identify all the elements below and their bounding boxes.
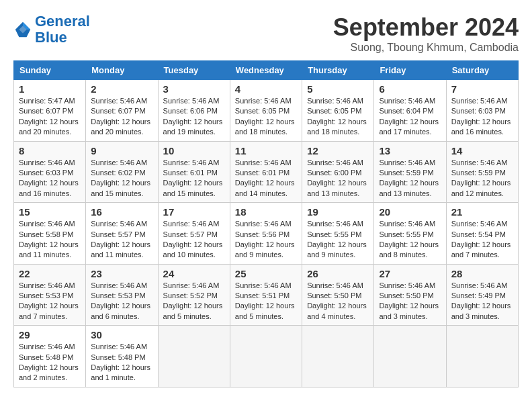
calendar-cell: 2Sunrise: 5:46 AM Sunset: 6:07 PM Daylig… bbox=[86, 80, 158, 142]
day-info: Sunrise: 5:46 AM Sunset: 6:07 PM Dayligh… bbox=[91, 96, 152, 138]
calendar-cell: 6Sunrise: 5:46 AM Sunset: 6:04 PM Daylig… bbox=[374, 80, 446, 142]
day-number: 23 bbox=[91, 268, 152, 279]
day-number: 18 bbox=[235, 206, 297, 218]
day-number: 21 bbox=[451, 206, 513, 218]
day-number: 24 bbox=[163, 268, 225, 279]
day-info: Sunrise: 5:46 AM Sunset: 6:01 PM Dayligh… bbox=[235, 158, 297, 199]
day-info: Sunrise: 5:46 AM Sunset: 6:03 PM Dayligh… bbox=[451, 96, 513, 138]
calendar-cell: 18Sunrise: 5:46 AM Sunset: 5:56 PM Dayli… bbox=[230, 203, 302, 265]
logo-text: General Blue bbox=[35, 13, 90, 46]
calendar-cell: 13Sunrise: 5:46 AM Sunset: 5:59 PM Dayli… bbox=[374, 141, 446, 203]
calendar-week-5: 29Sunrise: 5:46 AM Sunset: 5:48 PM Dayli… bbox=[14, 326, 519, 387]
calendar-cell: 28Sunrise: 5:46 AM Sunset: 5:49 PM Dayli… bbox=[446, 264, 518, 326]
day-info: Sunrise: 5:46 AM Sunset: 5:51 PM Dayligh… bbox=[235, 281, 297, 322]
day-number: 28 bbox=[451, 268, 513, 279]
day-info: Sunrise: 5:46 AM Sunset: 5:55 PM Dayligh… bbox=[379, 219, 441, 261]
calendar-table: SundayMondayTuesdayWednesdayThursdayFrid… bbox=[13, 60, 519, 387]
calendar-cell: 5Sunrise: 5:46 AM Sunset: 6:05 PM Daylig… bbox=[302, 80, 374, 142]
day-number: 11 bbox=[235, 145, 297, 156]
day-info: Sunrise: 5:46 AM Sunset: 5:55 PM Dayligh… bbox=[307, 219, 369, 261]
month-title: September 2024 bbox=[333, 13, 519, 42]
day-info: Sunrise: 5:46 AM Sunset: 6:00 PM Dayligh… bbox=[307, 158, 369, 199]
calendar-week-3: 15Sunrise: 5:46 AM Sunset: 5:58 PM Dayli… bbox=[14, 203, 519, 265]
day-info: Sunrise: 5:46 AM Sunset: 5:56 PM Dayligh… bbox=[235, 219, 297, 261]
day-number: 26 bbox=[307, 268, 369, 279]
calendar-cell: 8Sunrise: 5:46 AM Sunset: 6:03 PM Daylig… bbox=[14, 141, 86, 203]
day-info: Sunrise: 5:46 AM Sunset: 5:52 PM Dayligh… bbox=[163, 281, 225, 322]
calendar-cell: 1Sunrise: 5:47 AM Sunset: 6:07 PM Daylig… bbox=[14, 80, 86, 142]
calendar-cell: 17Sunrise: 5:46 AM Sunset: 5:57 PM Dayli… bbox=[158, 203, 230, 265]
day-info: Sunrise: 5:46 AM Sunset: 6:04 PM Dayligh… bbox=[379, 96, 441, 138]
page-header: General Blue September 2024 Suong, Tboun… bbox=[13, 13, 519, 54]
day-number: 20 bbox=[379, 206, 441, 218]
logo: General Blue bbox=[13, 13, 90, 46]
day-info: Sunrise: 5:46 AM Sunset: 6:06 PM Dayligh… bbox=[163, 96, 225, 138]
calendar-cell: 20Sunrise: 5:46 AM Sunset: 5:55 PM Dayli… bbox=[374, 203, 446, 265]
day-number: 29 bbox=[19, 329, 81, 340]
calendar-cell: 29Sunrise: 5:46 AM Sunset: 5:48 PM Dayli… bbox=[14, 326, 86, 387]
calendar-cell: 24Sunrise: 5:46 AM Sunset: 5:52 PM Dayli… bbox=[158, 264, 230, 326]
calendar-cell: 30Sunrise: 5:46 AM Sunset: 5:48 PM Dayli… bbox=[86, 326, 158, 387]
calendar-body: 1Sunrise: 5:47 AM Sunset: 6:07 PM Daylig… bbox=[14, 80, 519, 387]
calendar-week-2: 8Sunrise: 5:46 AM Sunset: 6:03 PM Daylig… bbox=[14, 141, 519, 203]
calendar-weekday-friday: Friday bbox=[374, 61, 446, 80]
day-number: 9 bbox=[91, 145, 152, 156]
day-info: Sunrise: 5:46 AM Sunset: 6:05 PM Dayligh… bbox=[235, 96, 297, 138]
calendar-cell: 16Sunrise: 5:46 AM Sunset: 5:57 PM Dayli… bbox=[86, 203, 158, 265]
calendar-cell bbox=[446, 326, 518, 387]
calendar-cell: 11Sunrise: 5:46 AM Sunset: 6:01 PM Dayli… bbox=[230, 141, 302, 203]
day-number: 19 bbox=[307, 206, 369, 218]
calendar-cell bbox=[230, 326, 302, 387]
calendar-cell: 25Sunrise: 5:46 AM Sunset: 5:51 PM Dayli… bbox=[230, 264, 302, 326]
day-info: Sunrise: 5:46 AM Sunset: 5:53 PM Dayligh… bbox=[19, 281, 81, 322]
day-number: 30 bbox=[91, 329, 152, 340]
day-info: Sunrise: 5:46 AM Sunset: 5:48 PM Dayligh… bbox=[91, 342, 152, 383]
day-number: 12 bbox=[307, 145, 369, 156]
calendar-weekday-sunday: Sunday bbox=[14, 61, 86, 80]
calendar-header-row: SundayMondayTuesdayWednesdayThursdayFrid… bbox=[14, 61, 519, 80]
calendar-cell: 22Sunrise: 5:46 AM Sunset: 5:53 PM Dayli… bbox=[14, 264, 86, 326]
calendar-week-1: 1Sunrise: 5:47 AM Sunset: 6:07 PM Daylig… bbox=[14, 80, 519, 142]
calendar-weekday-tuesday: Tuesday bbox=[158, 61, 230, 80]
calendar-cell: 27Sunrise: 5:46 AM Sunset: 5:50 PM Dayli… bbox=[374, 264, 446, 326]
day-info: Sunrise: 5:46 AM Sunset: 5:58 PM Dayligh… bbox=[19, 219, 81, 261]
location-title: Suong, Tboung Khmum, Cambodia bbox=[333, 42, 519, 54]
logo-icon bbox=[13, 20, 32, 39]
calendar-cell: 14Sunrise: 5:46 AM Sunset: 5:59 PM Dayli… bbox=[446, 141, 518, 203]
day-number: 2 bbox=[91, 83, 152, 95]
calendar-weekday-thursday: Thursday bbox=[302, 61, 374, 80]
day-info: Sunrise: 5:46 AM Sunset: 5:49 PM Dayligh… bbox=[451, 281, 513, 322]
day-number: 17 bbox=[163, 206, 225, 218]
calendar-cell: 10Sunrise: 5:46 AM Sunset: 6:01 PM Dayli… bbox=[158, 141, 230, 203]
day-info: Sunrise: 5:46 AM Sunset: 5:54 PM Dayligh… bbox=[451, 219, 513, 261]
calendar-cell: 9Sunrise: 5:46 AM Sunset: 6:02 PM Daylig… bbox=[86, 141, 158, 203]
day-info: Sunrise: 5:47 AM Sunset: 6:07 PM Dayligh… bbox=[19, 96, 81, 138]
calendar-weekday-saturday: Saturday bbox=[446, 61, 518, 80]
calendar-cell: 4Sunrise: 5:46 AM Sunset: 6:05 PM Daylig… bbox=[230, 80, 302, 142]
day-number: 5 bbox=[307, 83, 369, 95]
day-number: 7 bbox=[451, 83, 513, 95]
calendar-cell: 21Sunrise: 5:46 AM Sunset: 5:54 PM Dayli… bbox=[446, 203, 518, 265]
day-number: 15 bbox=[19, 206, 81, 218]
day-number: 14 bbox=[451, 145, 513, 156]
title-area: September 2024 Suong, Tboung Khmum, Camb… bbox=[333, 13, 519, 54]
calendar-cell: 7Sunrise: 5:46 AM Sunset: 6:03 PM Daylig… bbox=[446, 80, 518, 142]
day-info: Sunrise: 5:46 AM Sunset: 5:48 PM Dayligh… bbox=[19, 342, 81, 383]
calendar-cell: 15Sunrise: 5:46 AM Sunset: 5:58 PM Dayli… bbox=[14, 203, 86, 265]
day-number: 1 bbox=[19, 83, 81, 95]
calendar-cell: 19Sunrise: 5:46 AM Sunset: 5:55 PM Dayli… bbox=[302, 203, 374, 265]
day-info: Sunrise: 5:46 AM Sunset: 5:59 PM Dayligh… bbox=[379, 158, 441, 199]
calendar-cell bbox=[158, 326, 230, 387]
calendar-weekday-wednesday: Wednesday bbox=[230, 61, 302, 80]
day-info: Sunrise: 5:46 AM Sunset: 6:05 PM Dayligh… bbox=[307, 96, 369, 138]
day-number: 3 bbox=[163, 83, 225, 95]
day-info: Sunrise: 5:46 AM Sunset: 5:57 PM Dayligh… bbox=[163, 219, 225, 261]
calendar-cell bbox=[302, 326, 374, 387]
day-number: 10 bbox=[163, 145, 225, 156]
day-number: 22 bbox=[19, 268, 81, 279]
day-number: 16 bbox=[91, 206, 152, 218]
day-info: Sunrise: 5:46 AM Sunset: 6:01 PM Dayligh… bbox=[163, 158, 225, 199]
day-info: Sunrise: 5:46 AM Sunset: 5:50 PM Dayligh… bbox=[307, 281, 369, 322]
day-number: 25 bbox=[235, 268, 297, 279]
day-info: Sunrise: 5:46 AM Sunset: 6:03 PM Dayligh… bbox=[19, 158, 81, 199]
